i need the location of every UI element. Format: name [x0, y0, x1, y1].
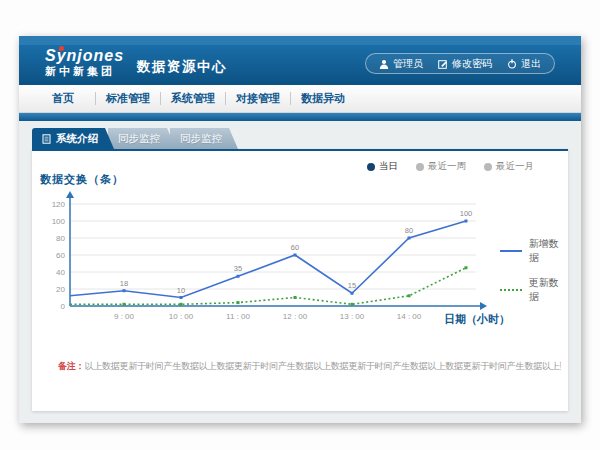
svg-text:100: 100 — [52, 217, 66, 226]
line-chart: 0204060801001209 : 0010 : 0011 : 0012 : … — [40, 191, 500, 331]
chart-panel: 当日 最近一周 最近一月 数据交换（条） 0204060801001209 : … — [32, 149, 568, 411]
tab-sync-monitor-1[interactable]: 同步监控 — [108, 128, 176, 149]
edit-icon — [438, 59, 448, 69]
nav-item-system[interactable]: 系统管理 — [161, 91, 225, 106]
svg-text:80: 80 — [405, 226, 413, 235]
svg-text:12 : 00: 12 : 00 — [283, 312, 308, 321]
svg-text:60: 60 — [291, 243, 299, 252]
footnote: 备注：以上数据更新于时间产生数据以上数据更新于时间产生数据以上数据更新于时间产生… — [58, 360, 561, 373]
main-nav: 首页 标准管理 系统管理 对接管理 数据异动 — [19, 85, 581, 113]
company-logo: Synjones 新中新集团 — [45, 47, 124, 77]
user-icon — [379, 59, 389, 69]
nav-item-standards[interactable]: 标准管理 — [96, 91, 160, 106]
nav-accent-strip — [19, 113, 581, 121]
footnote-prefix: 备注： — [58, 361, 84, 371]
change-password-button[interactable]: 修改密码 — [438, 57, 492, 71]
svg-text:40: 40 — [56, 268, 65, 277]
logo-red-dot-icon — [59, 46, 64, 51]
svg-text:9 : 00: 9 : 00 — [114, 312, 135, 321]
header-top-strip — [19, 36, 581, 45]
svg-text:13 : 00: 13 : 00 — [340, 312, 365, 321]
power-icon — [507, 59, 517, 69]
radio-last-month[interactable]: 最近一月 — [484, 160, 534, 173]
y-axis-title: 数据交换（条） — [40, 172, 124, 187]
tab-sync-monitor-2[interactable]: 同步监控 — [170, 128, 238, 149]
legend-line-dotted-icon — [500, 289, 522, 291]
svg-text:18: 18 — [120, 279, 128, 288]
legend-line-solid-icon — [500, 250, 522, 252]
radio-dot-icon — [484, 163, 492, 171]
svg-text:11 : 00: 11 : 00 — [226, 312, 250, 321]
tab-bar: 系统介绍 同步监控 同步监控 — [32, 128, 232, 149]
logo-company-name: 新中新集团 — [45, 65, 124, 77]
svg-text:10: 10 — [177, 286, 185, 295]
current-user-button[interactable]: 管理员 — [379, 57, 423, 71]
svg-text:20: 20 — [56, 285, 65, 294]
svg-text:10 : 00: 10 : 00 — [169, 312, 194, 321]
svg-text:120: 120 — [52, 200, 66, 209]
user-toolbar: 管理员 修改密码 退出 — [365, 53, 555, 74]
app-window: Synjones 新中新集团 数据资源中心 管理员 修改密码 — [19, 36, 581, 423]
tab-system-intro[interactable]: 系统介绍 — [32, 128, 114, 149]
radio-today[interactable]: 当日 — [367, 160, 398, 173]
radio-dot-icon — [367, 163, 375, 171]
content-area: 系统介绍 同步监控 同步监控 当日 最近一周 最近一月 数据交换 — [19, 121, 581, 422]
legend-item-updated-data: 更新数据 — [500, 276, 568, 304]
svg-text:14 : 00: 14 : 00 — [397, 312, 422, 321]
svg-text:0: 0 — [61, 302, 66, 311]
svg-text:80: 80 — [56, 234, 65, 243]
nav-item-data-changes[interactable]: 数据异动 — [291, 91, 355, 106]
svg-text:35: 35 — [234, 264, 242, 273]
logo-wordmark: Synjones — [45, 47, 124, 65]
logout-button[interactable]: 退出 — [507, 57, 541, 71]
app-header: Synjones 新中新集团 数据资源中心 管理员 修改密码 — [19, 45, 581, 85]
svg-text:100: 100 — [460, 209, 473, 218]
document-icon — [42, 134, 51, 144]
radio-dot-icon — [416, 163, 424, 171]
nav-item-integration[interactable]: 对接管理 — [226, 91, 290, 106]
svg-text:15: 15 — [348, 281, 356, 290]
date-range-filters: 当日 最近一周 最近一月 — [367, 160, 534, 173]
radio-last-week[interactable]: 最近一周 — [416, 160, 466, 173]
svg-text:60: 60 — [56, 251, 65, 260]
page-title: 数据资源中心 — [137, 58, 227, 76]
chart-legend: 新增数据 更新数据 — [500, 237, 568, 315]
nav-item-home[interactable]: 首页 — [31, 91, 95, 106]
legend-item-new-data: 新增数据 — [500, 237, 568, 265]
footnote-text: 以上数据更新于时间产生数据以上数据更新于时间产生数据以上数据更新于时间产生数据以… — [84, 361, 561, 371]
